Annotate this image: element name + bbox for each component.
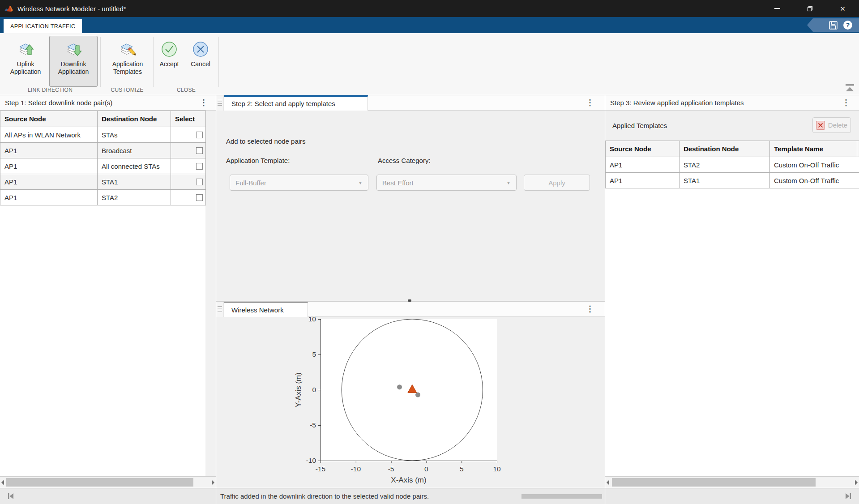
node-pairs-table: Source Node Destination Node Select All … (0, 111, 206, 205)
step1-menu-icon[interactable]: ⋮ (200, 98, 208, 107)
network-view-menu-icon[interactable]: ⋮ (586, 304, 594, 313)
x-axis-label: X-Axis (m) (391, 476, 426, 484)
source-node-cell: AP1 (0, 174, 98, 190)
applied-template-row[interactable]: AP1STA1Custom On-Off Traffic (606, 173, 859, 188)
minimize-button[interactable] (761, 0, 794, 17)
status-message: Traffic added in the downlink direction … (220, 492, 429, 500)
group-label-link-direction: LINK DIRECTION (0, 87, 100, 93)
step1-panel-title: Step 1: Select downlink node pair(s) (5, 99, 112, 107)
node-pair-row[interactable]: All APs in WLAN NetworkSTAs (0, 127, 206, 143)
collapse-panel-left-icon[interactable] (7, 493, 14, 500)
template-name-cell: Custom On-Off Traffic (770, 173, 857, 188)
uplink-application-button[interactable]: Uplink Application (3, 36, 48, 87)
collapse-toolstrip-icon[interactable] (845, 84, 855, 92)
scroll-left-icon[interactable] (1, 480, 4, 485)
application-templates-button[interactable]: Application Templates (103, 36, 152, 87)
column-header-source-node: Source Node (0, 111, 98, 127)
application-templates-label-line2: Templates (113, 68, 142, 76)
step3-hscroll-thumb[interactable] (612, 478, 816, 487)
toolbar-separator (100, 37, 101, 87)
collapse-panel-right-icon[interactable] (845, 493, 852, 500)
tab-step2[interactable]: Step 2: Select and apply templates (224, 95, 368, 111)
select-checkbox[interactable] (196, 147, 203, 154)
applied-templates-label: Applied Templates (612, 122, 667, 129)
toolbar-separator (218, 37, 219, 87)
sta-marker (397, 384, 402, 389)
statusbar-divider (216, 488, 216, 504)
accept-label: Accept (160, 60, 179, 68)
save-icon[interactable] (829, 21, 838, 30)
delete-button[interactable]: Delete (812, 117, 851, 133)
select-checkbox[interactable] (196, 194, 203, 201)
column-header-extra (857, 141, 859, 157)
tab-application-traffic[interactable]: APPLICATION TRAFFIC (4, 19, 82, 33)
downlink-application-label-line2: Application (58, 68, 89, 76)
step2-menu-icon[interactable]: ⋮ (586, 98, 594, 107)
sta-marker (415, 393, 420, 397)
node-pair-row[interactable]: AP1STA2 (0, 190, 206, 205)
select-cell (171, 174, 206, 190)
close-button[interactable]: ✕ (826, 0, 859, 17)
network-plot-area: -15-10-50510-10-50510X-Axis (m)Y-Axis (m… (216, 317, 605, 488)
application-template-label: Application Template: (226, 157, 290, 164)
step3-panel-title: Step 3: Review applied application templ… (610, 99, 744, 107)
scroll-right-icon[interactable] (855, 480, 858, 485)
network-view-tabbar: Wireless Network ⋮ (216, 302, 605, 317)
window-title: Wireless Network Modeler - untitled* (17, 5, 126, 13)
destination-node-cell: STAs (98, 127, 171, 143)
x-tick-label: 5 (460, 465, 464, 473)
scroll-left-icon[interactable] (607, 480, 609, 485)
column-header-destination-node: Destination Node (680, 141, 770, 157)
application-template-dropdown[interactable]: Full-Buffer ▼ (230, 175, 368, 191)
step1-table-gutter (205, 111, 216, 476)
delete-icon (816, 121, 825, 130)
close-icon: ✕ (840, 5, 846, 12)
select-checkbox[interactable] (196, 179, 203, 185)
downlink-application-button[interactable]: Downlink Application (49, 36, 98, 87)
x-tick-label: -10 (351, 465, 361, 473)
applied-templates-table: Source Node Destination Node Template Na… (605, 141, 859, 188)
group-label-close: CLOSE (154, 87, 218, 93)
cancel-icon (191, 39, 210, 60)
step3-panel: Step 3: Review applied application templ… (605, 95, 859, 488)
source-node-cell: AP1 (606, 173, 680, 188)
node-pair-row[interactable]: AP1STA1 (0, 174, 206, 190)
restore-button[interactable] (794, 0, 826, 17)
app-window: Wireless Network Modeler - untitled* ✕ A… (0, 0, 859, 504)
accept-icon (159, 39, 179, 60)
plot-background (321, 319, 497, 461)
cancel-button[interactable]: Cancel (186, 36, 215, 87)
step1-hscrollbar[interactable] (0, 476, 216, 488)
step3-hscrollbar[interactable] (605, 476, 859, 488)
access-category-dropdown[interactable]: Best Effort ▼ (376, 175, 517, 191)
toolbar-separator (153, 37, 154, 87)
step1-panel-titlebar: Step 1: Select downlink node pair(s) ⋮ (0, 95, 216, 111)
step1-table-body: All APs in WLAN NetworkSTAsAP1BroadcastA… (0, 127, 206, 205)
chevron-down-icon: ▼ (506, 180, 511, 185)
step1-hscroll-thumb[interactable] (6, 478, 193, 487)
tab-wireless-network[interactable]: Wireless Network (224, 302, 308, 317)
apply-button[interactable]: Apply (524, 175, 590, 191)
select-checkbox[interactable] (196, 132, 203, 138)
node-pair-row[interactable]: AP1Broadcast (0, 143, 206, 158)
step1-panel: Step 1: Select downlink node pair(s) ⋮ S… (0, 95, 216, 488)
applied-template-row[interactable]: AP1STA2Custom On-Off Traffic (606, 157, 859, 173)
help-icon[interactable]: ? (843, 20, 853, 30)
step3-table-body: AP1STA2Custom On-Off TrafficAP1STA1Custo… (606, 157, 859, 188)
destination-node-cell: Broadcast (98, 143, 171, 158)
statusbar: Traffic added in the downlink direction … (0, 488, 859, 504)
chevron-down-icon: ▼ (358, 180, 363, 185)
column-header-source-node: Source Node (606, 141, 680, 157)
scroll-right-icon[interactable] (212, 480, 214, 485)
uplink-application-label-line1: Uplink (17, 60, 34, 68)
progress-bar (521, 494, 602, 499)
source-node-cell: AP1 (0, 143, 98, 158)
accept-button[interactable]: Accept (155, 36, 184, 87)
network-view-drag-handle[interactable] (216, 302, 224, 317)
step3-menu-icon[interactable]: ⋮ (842, 98, 850, 107)
node-pair-row[interactable]: AP1All connected STAs (0, 158, 206, 174)
add-to-node-pairs-text: Add to selected node pairs (226, 137, 306, 145)
step2-drag-handle[interactable] (216, 95, 224, 111)
source-node-cell: AP1 (0, 158, 98, 174)
select-checkbox[interactable] (196, 163, 203, 170)
